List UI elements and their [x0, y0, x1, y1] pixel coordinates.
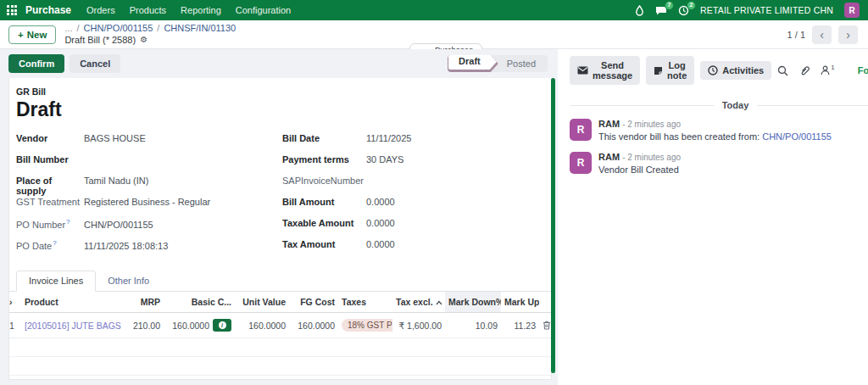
mark-up-cell[interactable]: 11.23	[501, 313, 539, 338]
payment-terms-value[interactable]: 30 DAYS	[363, 154, 403, 165]
breadcrumb-sep: /	[77, 23, 80, 35]
message-body: This vendor bill has been created from: …	[598, 131, 832, 142]
following-toggle[interactable]: Following	[858, 65, 868, 75]
user-avatar[interactable]: R	[844, 3, 860, 18]
page-title: Draft	[16, 98, 551, 121]
taxable-amount-value[interactable]: 0.0000	[363, 218, 395, 228]
tax-amount-value[interactable]: 0.0000	[363, 239, 395, 249]
column-header-product[interactable]: Product	[21, 292, 125, 313]
followers-icon[interactable]: 1	[821, 65, 834, 75]
bill-date-value[interactable]: 11/11/2025	[363, 133, 411, 143]
top-navbar: Purchase Orders Products Reporting Confi…	[0, 0, 868, 20]
messages-badge: 7	[665, 1, 674, 10]
message-po-link[interactable]: CHN/PO/001155	[762, 131, 832, 142]
field-label: Bill Amount	[282, 197, 363, 207]
attachment-paperclip-icon[interactable]	[799, 65, 810, 76]
column-header-tax-excl[interactable]: Tax excl.	[392, 292, 445, 313]
breadcrumb-invoice-link[interactable]: CHNSF/IN/01130	[164, 23, 236, 35]
message-author[interactable]: RAM	[598, 119, 620, 129]
app-name[interactable]: Purchase	[25, 4, 71, 16]
field-bill-date: Bill Date 11/11/2025	[282, 133, 537, 154]
plus-icon: +	[18, 30, 24, 40]
gear-icon[interactable]: ⚙	[140, 35, 147, 46]
column-header-mark-down[interactable]: Mark Down%	[445, 292, 501, 313]
column-header-actions	[539, 292, 552, 313]
mark-down-cell[interactable]: 10.09	[445, 313, 501, 338]
pager-next-button[interactable]: ›	[838, 25, 858, 44]
search-messages-icon[interactable]	[777, 65, 788, 76]
activities-label: Activities	[722, 65, 764, 75]
table-row[interactable]: 1 [20105016] JUTE BAGS 210.00 160.0000i …	[9, 313, 552, 338]
activities-clock-icon[interactable]: 2	[678, 5, 689, 16]
gst-treatment-value[interactable]: Registered Business - Regular	[81, 197, 210, 207]
confirm-button[interactable]: Confirm	[8, 54, 64, 73]
status-draft[interactable]: Draft	[448, 55, 498, 72]
status-bar: Draft Posted	[448, 55, 548, 72]
message-body: Vendor Bill Created	[598, 165, 681, 175]
cost-info-badge[interactable]: i	[213, 319, 231, 332]
delete-row-icon[interactable]	[542, 321, 549, 330]
menu-reporting[interactable]: Reporting	[181, 5, 221, 15]
bill-amount-value[interactable]: 0.0000	[363, 197, 395, 207]
pager-previous-button[interactable]: ‹	[812, 25, 832, 44]
chatter-message: R RAM - 2 minutes ago Vendor Bill Create…	[570, 152, 868, 175]
tab-other-info[interactable]: Other Info	[96, 271, 161, 291]
pane-resize-handle[interactable]	[551, 78, 555, 373]
form-sheet: GR Bill Draft Vendor BAGS HOUSE Bill Num…	[8, 78, 552, 380]
mrp-cell[interactable]: 210.00	[125, 313, 164, 338]
breadcrumb-po-link[interactable]: CHN/PO/001155	[84, 23, 153, 35]
column-header-fg-cost[interactable]: FG Cost	[289, 292, 338, 313]
company-name[interactable]: RETAIL PRIVATE LIMITED CHN	[700, 5, 833, 15]
field-label: PO Date?	[16, 239, 81, 251]
help-icon: ?	[53, 239, 56, 247]
unit-value-cell[interactable]: 160.0000	[235, 313, 289, 338]
clock-icon	[708, 65, 718, 75]
column-header-basic-cost[interactable]: Basic C...	[164, 292, 235, 313]
send-message-label: Send message	[593, 60, 632, 81]
avatar[interactable]: R	[570, 152, 592, 174]
avatar[interactable]: R	[570, 119, 592, 141]
column-header-unit-value[interactable]: Unit Value	[235, 292, 289, 313]
fg-cost-cell[interactable]: 160.0000	[289, 313, 338, 338]
field-label: SAPInvoiceNumber	[282, 176, 363, 186]
handle-column-header: ›	[9, 292, 21, 313]
menu-orders[interactable]: Orders	[86, 5, 115, 15]
column-header-mark-up[interactable]: Mark Up	[501, 292, 539, 313]
apps-grid-icon[interactable]	[7, 5, 17, 15]
field-label: Place of supply	[16, 176, 81, 196]
droplet-icon[interactable]	[635, 5, 644, 16]
messages-icon[interactable]: 7	[655, 5, 667, 15]
cancel-button[interactable]: Cancel	[70, 54, 120, 73]
po-number-value[interactable]: CHN/PO/001155	[81, 220, 153, 230]
breadcrumb-ellipsis[interactable]: ...	[64, 23, 72, 35]
po-date-value[interactable]: 11/11/2025 18:08:13	[81, 241, 168, 251]
empty-row	[9, 357, 552, 376]
row-handle[interactable]: 1	[9, 313, 21, 338]
follower-count: 1	[831, 64, 834, 71]
send-message-button[interactable]: Send message	[570, 56, 640, 85]
breadcrumb-sep: /	[157, 23, 159, 35]
place-of-supply-value[interactable]: Tamil Nadu (IN)	[81, 176, 148, 186]
new-button[interactable]: + New	[8, 25, 56, 44]
field-label: Payment terms	[282, 154, 363, 165]
log-note-button[interactable]: Log note	[646, 56, 694, 85]
field-grid: Vendor BAGS HOUSE Bill Number Place of s…	[9, 133, 551, 260]
message-author[interactable]: RAM	[598, 152, 620, 162]
document-type-label: GR Bill	[16, 86, 551, 97]
new-button-label: New	[27, 30, 47, 40]
column-header-mrp[interactable]: MRP	[125, 292, 164, 313]
activities-button[interactable]: Activities	[700, 61, 771, 80]
vendor-value[interactable]: BAGS HOUSE	[81, 133, 146, 143]
product-link[interactable]: [20105016] JUTE BAGS	[25, 321, 121, 331]
status-posted[interactable]: Posted	[498, 55, 548, 72]
sort-asc-icon	[436, 300, 442, 305]
record-title: Draft Bill (* 2588)	[64, 35, 136, 47]
tax-badge[interactable]: 18% GST P	[342, 319, 392, 332]
column-header-taxes[interactable]: Taxes	[338, 292, 392, 313]
menu-configuration[interactable]: Configuration	[236, 5, 291, 15]
tab-invoice-lines[interactable]: Invoice Lines	[16, 271, 96, 292]
basic-cost-cell[interactable]: 160.0000i	[164, 313, 235, 338]
product-cell: [20105016] JUTE BAGS	[21, 313, 125, 338]
menu-products[interactable]: Products	[130, 5, 166, 15]
field-bill-amount: Bill Amount 0.0000	[282, 197, 537, 218]
